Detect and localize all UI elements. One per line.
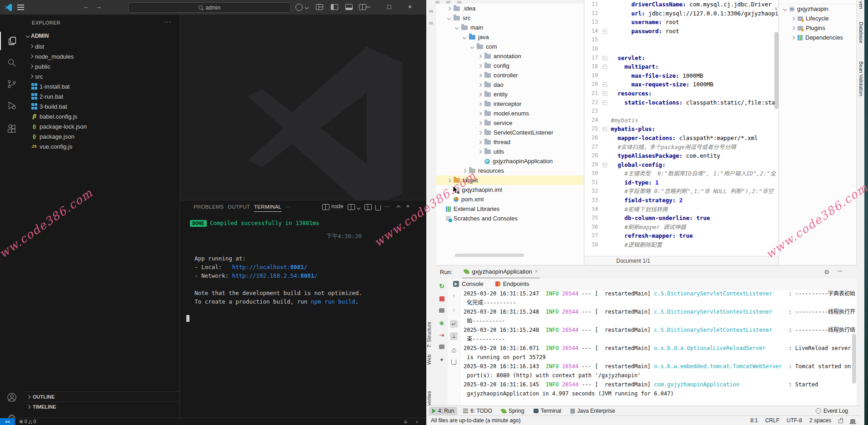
editor-scrollbar[interactable] (774, 32, 778, 109)
search-input[interactable]: admin (128, 2, 291, 13)
yaml-editor[interactable]: 11 driverClassName: com.mysql.cj.jdbc.Dr… (584, 0, 779, 256)
fold-icon[interactable] (603, 127, 607, 131)
tree-item-entity[interactable]: entity (436, 90, 584, 99)
toolbar-java-enterprise[interactable]: Java Enterprise (567, 407, 618, 415)
chevron-down-icon[interactable] (357, 206, 360, 210)
terminal-split-icon[interactable] (322, 204, 329, 210)
soft-wrap-icon[interactable]: ↵ (450, 320, 458, 328)
tree-item-java[interactable]: java (436, 32, 584, 42)
tree-item-controller[interactable]: controller (436, 70, 584, 80)
tree-item-main[interactable]: main (436, 23, 584, 32)
search-icon[interactable] (0, 54, 24, 72)
tab-structure[interactable]: 7: Structure (426, 322, 436, 327)
tree-item-utils[interactable]: utils (436, 147, 584, 156)
extensions-icon[interactable] (0, 120, 24, 138)
fold-icon[interactable] (603, 56, 607, 60)
tree-item-annotation[interactable]: annotation (436, 51, 584, 61)
tree-item-servletcontextlistener[interactable]: ServletContextListener (436, 128, 584, 137)
tree-item--idea[interactable]: .idea (436, 4, 584, 13)
up-stacktrace-icon[interactable]: ↑ (450, 292, 458, 300)
toggle-secondary-sidebar-icon[interactable] (359, 4, 366, 10)
editor-collapse-icon[interactable]: v (774, 5, 778, 11)
explorer-file[interactable]: βbabel.config.js (24, 111, 180, 121)
maximize-panel-icon[interactable] (397, 205, 400, 209)
scroll-to-end-icon[interactable]: ⇣ (450, 332, 458, 340)
close-icon[interactable]: × (408, 3, 412, 10)
tree-item-external-libraries[interactable]: External Libraries (436, 204, 584, 214)
run-config-tab[interactable]: gxjyzhaopinApplication × (462, 265, 539, 279)
tab-console[interactable]: ▶Console (453, 280, 484, 287)
tab-maven[interactable]: ven (858, 1, 864, 10)
tree-item-dao[interactable]: dao (436, 80, 584, 90)
tree-item-service[interactable]: service (436, 118, 584, 128)
explorer-folder[interactable]: node_modules (24, 51, 180, 61)
explorer-folder[interactable]: src (24, 71, 180, 81)
caret-position[interactable]: 8:1 (750, 417, 758, 424)
panel-more-icon[interactable]: ··· (286, 204, 291, 210)
tree-item-src[interactable]: src (436, 13, 584, 23)
outline-section[interactable]: OUTLINE (24, 391, 180, 402)
kill-terminal-icon[interactable] (375, 205, 381, 210)
fold-icon[interactable] (603, 82, 607, 87)
tab-web[interactable]: Web (426, 355, 436, 360)
toolbar-terminal[interactable]: Terminal (530, 407, 564, 415)
forward-icon[interactable]: → (95, 3, 102, 10)
indent-setting[interactable]: 2 spaces (809, 417, 831, 424)
terminal-more-icon[interactable]: ··· (384, 203, 390, 210)
stop-icon[interactable] (439, 295, 445, 302)
split-terminal-icon[interactable] (364, 204, 372, 210)
remote-indicator[interactable]: >< (0, 418, 15, 425)
tree-item-config[interactable]: config (436, 61, 584, 70)
explorer-file[interactable]: {}package.json (24, 131, 180, 141)
toolwindow-icon[interactable] (429, 22, 433, 25)
clear-console-icon[interactable] (450, 358, 458, 366)
tree-item-com[interactable]: com (436, 42, 584, 51)
maven-item-gxjyzhaopin[interactable]: mgxjyzhaopin (779, 4, 857, 14)
maven-item-dependencies[interactable]: Dependencies (779, 33, 857, 42)
problems-status[interactable]: ⊗ 0 △ 0 (19, 419, 36, 424)
explorer-file[interactable]: 1-install.bat (24, 81, 180, 91)
toolbar-spring[interactable]: Spring (498, 407, 528, 415)
tree-item-resources[interactable]: resources (436, 166, 584, 175)
console-log[interactable]: 2025-03-20 16:31:15.247 INFO 26544 --- [… (460, 289, 857, 406)
explorer-folder[interactable]: public (24, 61, 180, 71)
tree-item-model-enums[interactable]: model.enums (436, 109, 584, 118)
account-icon[interactable] (0, 388, 24, 406)
timeline-section[interactable]: TIMELINE (24, 401, 180, 412)
rerun-failed-icon[interactable]: ❋ (439, 320, 445, 326)
down-stacktrace-icon[interactable]: ↓ (450, 305, 458, 313)
run-settings-gear-icon[interactable]: ⚙ (824, 269, 829, 275)
close-panel-icon[interactable]: × (406, 203, 409, 210)
tab-favorites[interactable]: 2: Favorites (426, 391, 436, 396)
explorer-file[interactable]: 2-run.bat (24, 91, 180, 101)
explorer-icon[interactable] (0, 32, 25, 50)
maven-item-lifecycle[interactable]: Lifecycle (779, 14, 857, 23)
tree-item-interceptor[interactable]: interceptor (436, 99, 584, 109)
maven-item-plugins[interactable]: Plugins (779, 23, 857, 33)
thread-dump-icon[interactable] (439, 308, 444, 313)
run-debug-icon[interactable] (0, 96, 24, 115)
event-log-button[interactable]: Event Log (816, 408, 848, 414)
notifications-bell-icon[interactable]: ♪ (416, 419, 418, 424)
line-ending[interactable]: CRLF (765, 417, 779, 424)
tree-item-gxjyzhaopinapplication[interactable]: CgxjyzhaopinApplication (436, 156, 584, 166)
tab-output[interactable]: OUTPUT (228, 204, 250, 210)
minimize-icon[interactable]: ─ (366, 3, 370, 10)
tab-database[interactable]: Database (858, 22, 864, 44)
explorer-more-icon[interactable]: ··· (164, 18, 171, 25)
run-minimize-icon[interactable]: ─ (838, 267, 842, 275)
back-icon[interactable]: ← (83, 3, 90, 10)
layout-icon[interactable] (439, 345, 444, 349)
explorer-file[interactable]: {}package-lock.json (24, 121, 180, 131)
inspections-icon[interactable] (850, 419, 855, 423)
menu-icon[interactable] (17, 7, 24, 8)
rerun-icon[interactable]: ↻ (439, 283, 445, 289)
toolwindow-icon[interactable] (429, 10, 433, 13)
console-scrollbar[interactable] (852, 334, 856, 384)
toolbar-4-run[interactable]: 4: Run (429, 407, 457, 415)
tab-bean-validation[interactable]: Bean Validation (858, 61, 864, 97)
tree-item-scratches-and-consoles[interactable]: Scratches and Consoles (436, 214, 584, 223)
toggle-panel-icon[interactable] (345, 4, 353, 10)
tree-item-thread[interactable]: thread (436, 137, 584, 147)
print-icon[interactable]: ⎙ (450, 346, 458, 354)
